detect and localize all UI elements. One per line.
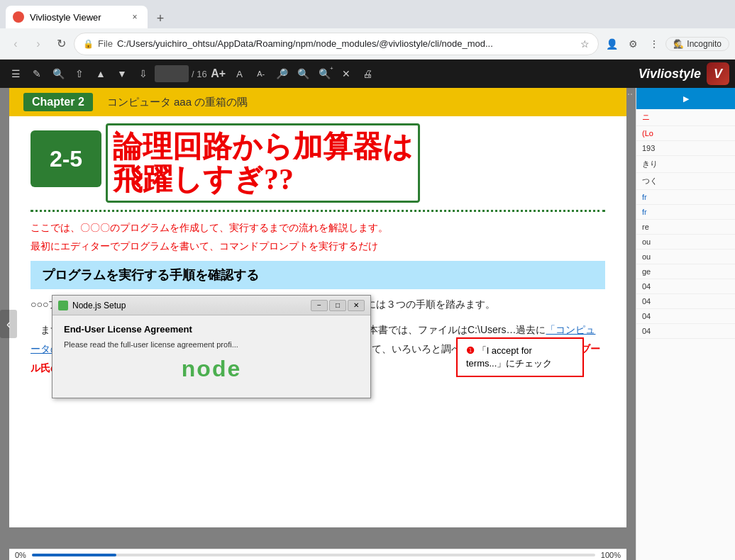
zoom-fit-button[interactable]: 🔍 bbox=[294, 64, 314, 84]
font-size-normal-button[interactable]: A bbox=[230, 64, 250, 84]
nodejs-dialog: Node.js Setup − □ ✕ End-User License Agr… bbox=[52, 295, 371, 398]
profile-icon[interactable]: 👤 bbox=[602, 34, 621, 54]
page-number-input[interactable]: 2 bbox=[155, 65, 189, 82]
progress-track bbox=[32, 554, 595, 556]
dotted-separator bbox=[31, 210, 605, 212]
incognito-icon: 🕵 bbox=[673, 39, 684, 49]
active-tab[interactable]: Vivliostyle Viewer × bbox=[6, 6, 148, 28]
next-page-button[interactable]: ▼ bbox=[112, 64, 132, 84]
incognito-button[interactable]: 🕵 Incognito bbox=[665, 37, 729, 51]
dialog-close-button[interactable]: ✕ bbox=[348, 300, 365, 311]
dialog-window-buttons: − □ ✕ bbox=[311, 300, 365, 311]
content-area: ⋯ Chapter 2 コンピュータ aaa の重箱の隅 2-5 bbox=[0, 88, 735, 560]
toc-items: ニ (Lo 193 きり つく fr fr re ou ou ge 04 04 … bbox=[636, 109, 735, 560]
toc-item-8[interactable]: ou bbox=[636, 235, 735, 250]
vivliostyle-toolbar: ☰ ✎ 🔍 ⇧ ▲ ▼ ⇩ 2 / 16 A+ A A- 🔎 🔍 🔍+ ✕ 🖨 … bbox=[0, 60, 735, 88]
callout-box: ❶ 「I accept for terms...」にチェック bbox=[456, 337, 584, 377]
toc-item-4[interactable]: つく bbox=[636, 173, 735, 190]
intro-text: ここでは、〇〇〇のプログラムを作成して、実行するまでの流れを解説します。 最初に… bbox=[31, 219, 605, 254]
dialog-restore-button[interactable]: □ bbox=[329, 300, 346, 311]
dialog-minimize-button[interactable]: − bbox=[311, 300, 328, 311]
address-label: File bbox=[98, 38, 113, 49]
page-viewer[interactable]: ⋯ Chapter 2 コンピュータ aaa の重箱の隅 2-5 bbox=[0, 88, 636, 560]
tab-title: Vivliostyle Viewer bbox=[30, 12, 123, 23]
progress-bar: 0% 100% bbox=[9, 549, 626, 560]
toc-item-2[interactable]: 193 bbox=[636, 141, 735, 156]
brand-name: Vivliostyle bbox=[639, 67, 701, 82]
search-tool-button[interactable]: 🔍 bbox=[48, 64, 68, 84]
toc-item-5[interactable]: fr bbox=[636, 190, 735, 205]
prev-page-arrow[interactable]: ‹ bbox=[0, 310, 17, 338]
progress-pct-left: 0% bbox=[15, 551, 26, 559]
intro-line2: 最初にエディターでプログラムを書いて、コマンドプロンプトを実行するだけ bbox=[31, 237, 605, 255]
forward-button[interactable]: › bbox=[28, 34, 48, 54]
font-size-large-button[interactable]: A+ bbox=[209, 64, 228, 84]
toc-item-12[interactable]: 04 bbox=[636, 294, 735, 309]
dialog-section-body: Please read the full-user license agreem… bbox=[64, 340, 359, 349]
dialog-content: End-User License Agreement Please read t… bbox=[52, 315, 370, 398]
intro-line1: ここでは、〇〇〇のプログラムを作成して、実行するまでの流れを解説します。 bbox=[31, 219, 605, 237]
menu-icon[interactable]: ⋮ bbox=[644, 34, 664, 54]
incognito-label: Incognito bbox=[687, 39, 722, 49]
toc-item-7[interactable]: re bbox=[636, 220, 735, 235]
browser-frame: Vivliostyle Viewer × + ‹ › ↻ 🔒 File C:/U… bbox=[0, 0, 735, 560]
new-tab-button[interactable]: + bbox=[150, 9, 170, 28]
section-title-box: 論理回路から加算器は 飛躍しすぎ?? bbox=[113, 130, 413, 196]
address-bar: ‹ › ↻ 🔒 File C:/Users/yuichiro_ohtsu/App… bbox=[0, 28, 735, 60]
progress-fill bbox=[32, 554, 116, 556]
tab-favicon bbox=[13, 11, 24, 23]
highlight-box: プログラムを実行する手順を確認する bbox=[31, 261, 605, 289]
tab-bar: Vivliostyle Viewer × + bbox=[0, 0, 735, 28]
edit-tool-button[interactable]: ✎ bbox=[27, 64, 47, 84]
brand-logo: Vivliostyle V bbox=[639, 62, 729, 85]
first-page-button[interactable]: ⇧ bbox=[70, 64, 89, 84]
prev-page-button[interactable]: ▲ bbox=[91, 64, 111, 84]
page-content: 2-5 論理回路から加算器は 飛躍しすぎ?? ここでは、 bbox=[9, 116, 626, 398]
zoom-in-button[interactable]: 🔍+ bbox=[315, 64, 335, 84]
dialog-title: Node.js Setup bbox=[72, 301, 306, 310]
star-icon[interactable]: ☆ bbox=[580, 38, 590, 50]
toc-item-0[interactable]: ニ bbox=[636, 109, 735, 126]
section-title-border bbox=[106, 123, 420, 203]
chapter-subtitle: コンピュータ aaa の重箱の隅 bbox=[107, 96, 248, 109]
refresh-button[interactable]: ↻ bbox=[51, 34, 71, 54]
page-total: / 16 bbox=[192, 69, 207, 79]
lock-icon: 🔒 bbox=[83, 39, 94, 49]
callout-text: 「I accept for terms...」にチェック bbox=[466, 345, 552, 369]
dialog-favicon bbox=[58, 301, 68, 310]
toc-item-9[interactable]: ou bbox=[636, 250, 735, 264]
address-input[interactable]: 🔒 File C:/Users/yuichiro_ohtsu/AppData/R… bbox=[74, 33, 599, 55]
toc-item-14[interactable]: 04 bbox=[636, 324, 735, 339]
document-page: Chapter 2 コンピュータ aaa の重箱の隅 2-5 論理回路から加算器… bbox=[9, 88, 626, 527]
toc-item-13[interactable]: 04 bbox=[636, 309, 735, 324]
progress-pct-right: 100% bbox=[601, 551, 621, 559]
chapter-bar: Chapter 2 コンピュータ aaa の重箱の隅 bbox=[9, 88, 626, 116]
font-size-small-button[interactable]: A- bbox=[251, 64, 271, 84]
zoom-out-button[interactable]: 🔎 bbox=[272, 64, 292, 84]
address-url: C:/Users/yuichiro_ohtsu/AppData/Roaming/… bbox=[117, 38, 573, 49]
toc-item-1[interactable]: (Lo bbox=[636, 126, 735, 141]
dialog-section-title: End-User License Agreement bbox=[64, 324, 359, 335]
toc-panel: ▶ ニ (Lo 193 きり つく fr fr re ou ou ge 04 0… bbox=[636, 88, 735, 560]
chapter-label: Chapter 2 bbox=[23, 93, 93, 111]
tab-close-button[interactable]: × bbox=[129, 11, 140, 23]
node-logo-text: node bbox=[182, 356, 241, 382]
toc-panel-toggle[interactable]: ▶ bbox=[636, 88, 735, 109]
print-button[interactable]: 🖨 bbox=[358, 64, 377, 84]
toc-item-11[interactable]: 04 bbox=[636, 279, 735, 294]
section-header: 2-5 論理回路から加算器は 飛躍しすぎ?? bbox=[31, 130, 605, 196]
callout-icon: ❶ bbox=[466, 345, 475, 356]
node-logo: node bbox=[64, 349, 359, 389]
toc-item-6[interactable]: fr bbox=[636, 205, 735, 220]
vivliostyle-logo: V bbox=[707, 62, 729, 85]
section-number: 2-5 bbox=[31, 130, 101, 187]
toc-item-10[interactable]: ge bbox=[636, 264, 735, 279]
extensions-icon[interactable]: ⚙ bbox=[623, 34, 643, 54]
browser-toolbar: 👤 ⚙ ⋮ 🕵 Incognito bbox=[602, 34, 729, 54]
back-button[interactable]: ‹ bbox=[6, 34, 26, 54]
fullscreen-button[interactable]: ✕ bbox=[336, 64, 356, 84]
dialog-titlebar: Node.js Setup − □ ✕ bbox=[52, 296, 370, 315]
last-page-button[interactable]: ⇩ bbox=[133, 64, 153, 84]
menu-tool-button[interactable]: ☰ bbox=[6, 64, 26, 84]
toc-item-3[interactable]: きり bbox=[636, 156, 735, 173]
